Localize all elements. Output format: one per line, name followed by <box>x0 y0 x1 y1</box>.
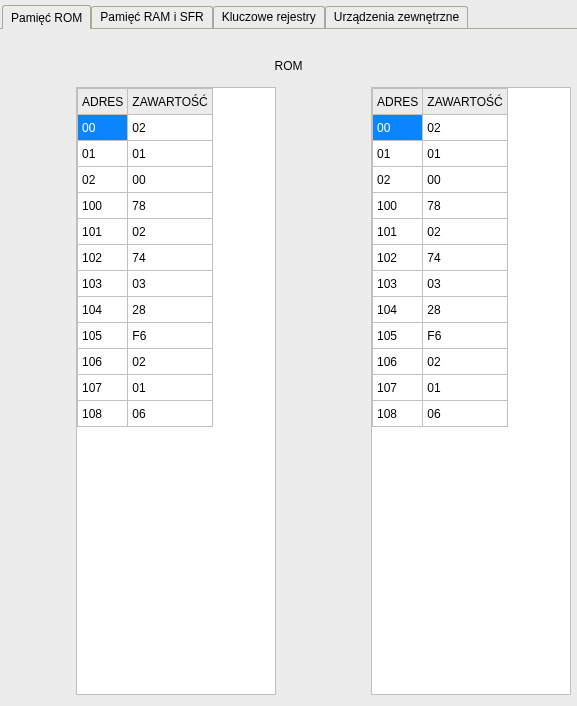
cell-value[interactable]: 00 <box>423 167 507 193</box>
cell-value[interactable]: 01 <box>128 141 212 167</box>
cell-value[interactable]: 74 <box>423 245 507 271</box>
cell-value[interactable]: 02 <box>423 219 507 245</box>
cell-address[interactable]: 103 <box>373 271 423 297</box>
cell-address[interactable]: 103 <box>78 271 128 297</box>
cell-address[interactable]: 106 <box>373 349 423 375</box>
tab-1[interactable]: Pamięć RAM i SFR <box>91 6 212 28</box>
cell-value[interactable]: 06 <box>423 401 507 427</box>
cell-value[interactable]: 01 <box>423 375 507 401</box>
cell-address[interactable]: 101 <box>373 219 423 245</box>
table-row[interactable]: 0101 <box>373 141 508 167</box>
page-title: ROM <box>0 59 577 73</box>
cell-value[interactable]: 74 <box>128 245 212 271</box>
cell-value[interactable]: 02 <box>423 349 507 375</box>
cell-address[interactable]: 101 <box>78 219 128 245</box>
table-row[interactable]: 0200 <box>373 167 508 193</box>
table-row[interactable]: 10274 <box>373 245 508 271</box>
cell-address[interactable]: 01 <box>373 141 423 167</box>
tab-2[interactable]: Kluczowe rejestry <box>213 6 325 28</box>
cell-address[interactable]: 108 <box>78 401 128 427</box>
tables-row: ADRES ZAWARTOŚĆ 000201010200100781010210… <box>0 87 577 695</box>
cell-value[interactable]: F6 <box>128 323 212 349</box>
table-row[interactable]: 105F6 <box>78 323 213 349</box>
cell-value[interactable]: 02 <box>128 219 212 245</box>
rom-table-left-grid: ADRES ZAWARTOŚĆ 000201010200100781010210… <box>77 88 213 427</box>
rom-table-right-grid: ADRES ZAWARTOŚĆ 000201010200100781010210… <box>372 88 508 427</box>
table-row[interactable]: 10428 <box>78 297 213 323</box>
cell-address[interactable]: 00 <box>78 115 128 141</box>
cell-address[interactable]: 02 <box>373 167 423 193</box>
cell-address[interactable]: 106 <box>78 349 128 375</box>
cell-value[interactable]: F6 <box>423 323 507 349</box>
cell-value[interactable]: 01 <box>423 141 507 167</box>
cell-value[interactable]: 00 <box>128 167 212 193</box>
table-row[interactable]: 10303 <box>373 271 508 297</box>
col-header-value[interactable]: ZAWARTOŚĆ <box>128 89 212 115</box>
cell-value[interactable]: 03 <box>423 271 507 297</box>
table-row[interactable]: 10602 <box>78 349 213 375</box>
table-row[interactable]: 10274 <box>78 245 213 271</box>
table-row[interactable]: 105F6 <box>373 323 508 349</box>
cell-address[interactable]: 105 <box>373 323 423 349</box>
cell-value[interactable]: 78 <box>128 193 212 219</box>
col-header-address[interactable]: ADRES <box>373 89 423 115</box>
cell-address[interactable]: 01 <box>78 141 128 167</box>
cell-value[interactable]: 02 <box>128 349 212 375</box>
col-header-address[interactable]: ADRES <box>78 89 128 115</box>
cell-address[interactable]: 104 <box>78 297 128 323</box>
table-row[interactable]: 10806 <box>78 401 213 427</box>
cell-address[interactable]: 108 <box>373 401 423 427</box>
table-row[interactable]: 10806 <box>373 401 508 427</box>
table-row[interactable]: 10078 <box>373 193 508 219</box>
tab-strip: Pamięć ROMPamięć RAM i SFRKluczowe rejes… <box>0 0 577 29</box>
table-row[interactable]: 10701 <box>373 375 508 401</box>
tab-0[interactable]: Pamięć ROM <box>2 5 91 29</box>
rom-table-right[interactable]: ADRES ZAWARTOŚĆ 000201010200100781010210… <box>371 87 571 695</box>
cell-value[interactable]: 03 <box>128 271 212 297</box>
table-row[interactable]: 0002 <box>78 115 213 141</box>
cell-address[interactable]: 107 <box>373 375 423 401</box>
cell-address[interactable]: 02 <box>78 167 128 193</box>
cell-value[interactable]: 01 <box>128 375 212 401</box>
cell-address[interactable]: 107 <box>78 375 128 401</box>
table-row[interactable]: 10701 <box>78 375 213 401</box>
cell-address[interactable]: 105 <box>78 323 128 349</box>
cell-value[interactable]: 06 <box>128 401 212 427</box>
cell-address[interactable]: 00 <box>373 115 423 141</box>
cell-address[interactable]: 100 <box>78 193 128 219</box>
rom-table-left[interactable]: ADRES ZAWARTOŚĆ 000201010200100781010210… <box>76 87 276 695</box>
table-row[interactable]: 0002 <box>373 115 508 141</box>
cell-address[interactable]: 102 <box>373 245 423 271</box>
table-row[interactable]: 0200 <box>78 167 213 193</box>
table-row[interactable]: 10428 <box>373 297 508 323</box>
cell-address[interactable]: 102 <box>78 245 128 271</box>
cell-address[interactable]: 104 <box>373 297 423 323</box>
cell-value[interactable]: 02 <box>128 115 212 141</box>
cell-value[interactable]: 78 <box>423 193 507 219</box>
table-row[interactable]: 10102 <box>78 219 213 245</box>
table-row[interactable]: 10102 <box>373 219 508 245</box>
table-row[interactable]: 10303 <box>78 271 213 297</box>
table-row[interactable]: 10602 <box>373 349 508 375</box>
col-header-value[interactable]: ZAWARTOŚĆ <box>423 89 507 115</box>
table-row[interactable]: 10078 <box>78 193 213 219</box>
cell-value[interactable]: 02 <box>423 115 507 141</box>
cell-value[interactable]: 28 <box>128 297 212 323</box>
tab-3[interactable]: Urządzenia zewnętrzne <box>325 6 468 28</box>
cell-value[interactable]: 28 <box>423 297 507 323</box>
cell-address[interactable]: 100 <box>373 193 423 219</box>
table-row[interactable]: 0101 <box>78 141 213 167</box>
